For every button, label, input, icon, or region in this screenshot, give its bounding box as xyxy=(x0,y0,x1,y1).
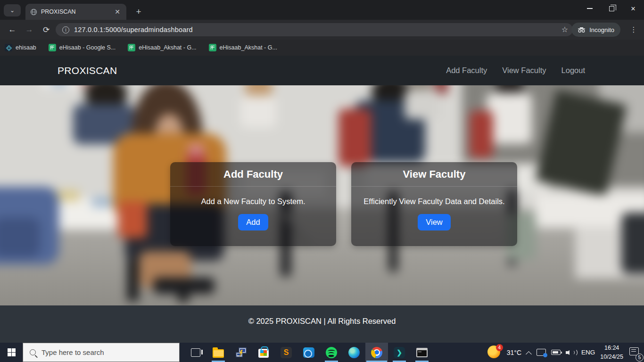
bookmark-label: ehisaab xyxy=(16,44,36,51)
incognito-badge: Incognito xyxy=(571,23,620,37)
tab-close-icon[interactable]: ✕ xyxy=(113,8,122,16)
bookmark-star-icon[interactable]: ☆ xyxy=(561,25,568,34)
taskbar-app-command-prompt[interactable] xyxy=(411,343,433,362)
taskbar-app-file-explorer[interactable] xyxy=(207,343,230,362)
taskbar-app-spotify[interactable] xyxy=(320,343,343,362)
language-indicator[interactable]: ENG xyxy=(581,349,595,356)
card-description: Efficiently View Faculty Data and Detail… xyxy=(351,197,517,206)
bookmark-item[interactable]: eHisaab - Google S... xyxy=(49,44,116,51)
back-button[interactable]: ← xyxy=(6,23,19,36)
window-close-button[interactable]: ✕ xyxy=(622,0,644,17)
browser-titlebar: ⌄ PROXISCAN ✕ + ✕ xyxy=(0,0,644,20)
bookmark-item[interactable]: eHisaab_Akshat - G... xyxy=(128,44,196,51)
tab-title: PROXISCAN xyxy=(41,8,109,15)
windows-logo-icon xyxy=(8,348,16,356)
bookmark-item[interactable]: ehisaab xyxy=(5,44,36,51)
bookmark-item[interactable]: eHisaab_Akshat - G... xyxy=(209,44,277,51)
sheets-icon xyxy=(49,44,56,51)
site-navbar: PROXISCAN Add Faculty View Faculty Logou… xyxy=(0,56,644,85)
taskbar-app-sublime-text[interactable]: S xyxy=(275,343,297,362)
spotify-icon xyxy=(326,347,337,358)
action-center-button[interactable]: 5 xyxy=(629,346,642,359)
battery-icon[interactable] xyxy=(551,350,561,355)
taskbar-app-outlook[interactable] xyxy=(297,343,320,362)
nav-link-view-faculty[interactable]: View Faculty xyxy=(502,66,546,75)
browser-menu-icon[interactable]: ⋮ xyxy=(627,23,640,36)
window-minimize-button[interactable] xyxy=(579,0,601,17)
card-title: View Faculty xyxy=(403,168,466,181)
taskbar-app-edge[interactable] xyxy=(343,343,365,362)
chrome-icon xyxy=(371,347,382,358)
screen: ⌄ PROXISCAN ✕ + ✕ ← → ⟳ i 127.0.0.1:5000… xyxy=(0,0,644,362)
add-faculty-card: Add Faculty Add a New Faculty to System.… xyxy=(170,162,336,246)
site-info-icon[interactable]: i xyxy=(62,26,69,33)
address-bar[interactable]: i 127.0.0.1:5000/superadmindashboard ☆ xyxy=(56,23,573,36)
window-restore-button[interactable] xyxy=(601,0,622,17)
clock-date: 10/24/25 xyxy=(600,353,623,361)
nav-link-logout[interactable]: Logout xyxy=(561,66,585,75)
status-dot xyxy=(543,353,547,357)
sublime-text-icon: S xyxy=(281,347,292,358)
windows-taskbar: Type here to search S ❯ xyxy=(0,343,644,362)
notification-count-badge: 5 xyxy=(636,354,644,362)
search-icon xyxy=(30,349,36,355)
microsoft-store-icon xyxy=(258,349,269,358)
weather-badge: 4 xyxy=(496,344,503,351)
sheets-icon xyxy=(209,44,216,51)
bookmarks-bar: ehisaab eHisaab - Google S... eHisaab_Ak… xyxy=(0,40,644,56)
remote-desktop-icon xyxy=(235,347,247,358)
bookmark-label: eHisaab_Akshat - G... xyxy=(139,44,196,51)
outlook-icon xyxy=(303,347,314,358)
url-text: 127.0.0.1:5000/superadmindashboard xyxy=(74,26,193,33)
taskbar-app-teal-terminal[interactable]: ❯ xyxy=(388,343,411,362)
nav-link-add-faculty[interactable]: Add Faculty xyxy=(446,66,487,75)
atom-icon xyxy=(5,44,12,51)
volume-icon[interactable] xyxy=(566,349,576,356)
taskbar-app-chrome[interactable] xyxy=(365,343,388,362)
bookmark-label: eHisaab_Akshat - G... xyxy=(220,44,277,51)
clock-time: 16:24 xyxy=(600,344,623,352)
temperature-label[interactable]: 31°C xyxy=(507,349,521,356)
browser-tab[interactable]: PROXISCAN ✕ xyxy=(25,4,126,20)
forward-button[interactable]: → xyxy=(23,23,36,36)
reload-button[interactable]: ⟳ xyxy=(40,23,53,36)
tab-search-button[interactable]: ⌄ xyxy=(4,4,21,16)
site-brand[interactable]: PROXISCAN xyxy=(58,65,117,76)
classroom-background-image: Add Faculty Add a New Faculty to System.… xyxy=(0,85,644,305)
file-explorer-icon xyxy=(213,349,224,358)
taskbar-app-task-view[interactable] xyxy=(184,343,207,362)
globe-favicon-icon xyxy=(30,8,37,16)
card-description: Add a New Faculty to System. xyxy=(170,197,336,206)
start-button[interactable] xyxy=(0,343,23,362)
command-prompt-icon xyxy=(416,348,428,357)
site-footer: © 2025 PROXISCAN | All Rights Reserved xyxy=(0,305,644,343)
add-button[interactable]: Add xyxy=(238,214,268,230)
taskbar-clock[interactable]: 16:24 10/24/25 xyxy=(600,344,623,361)
search-placeholder: Type here to search xyxy=(41,348,104,356)
taskbar-app-microsoft-store[interactable] xyxy=(252,343,275,362)
browser-toolbar: ← → ⟳ i 127.0.0.1:5000/superadmindashboa… xyxy=(0,20,644,40)
taskbar-search-input[interactable]: Type here to search xyxy=(23,343,180,362)
teal-terminal-icon: ❯ xyxy=(394,347,405,358)
view-button[interactable]: View xyxy=(418,214,450,230)
task-view-icon xyxy=(191,348,200,357)
sheets-icon xyxy=(128,44,135,51)
show-hidden-icons-chevron[interactable] xyxy=(527,351,531,356)
weather-widget[interactable]: 4 xyxy=(487,346,502,360)
incognito-label: Incognito xyxy=(589,26,614,33)
new-tab-button[interactable]: + xyxy=(132,5,145,18)
incognito-icon xyxy=(578,27,586,33)
taskbar-app-remote-desktop[interactable] xyxy=(230,343,252,362)
bookmark-label: eHisaab - Google S... xyxy=(59,44,116,51)
display-status-icon[interactable] xyxy=(537,349,546,356)
card-title: Add Faculty xyxy=(223,168,283,181)
view-faculty-card: View Faculty Efficiently View Faculty Da… xyxy=(351,162,517,246)
edge-icon xyxy=(348,347,360,358)
